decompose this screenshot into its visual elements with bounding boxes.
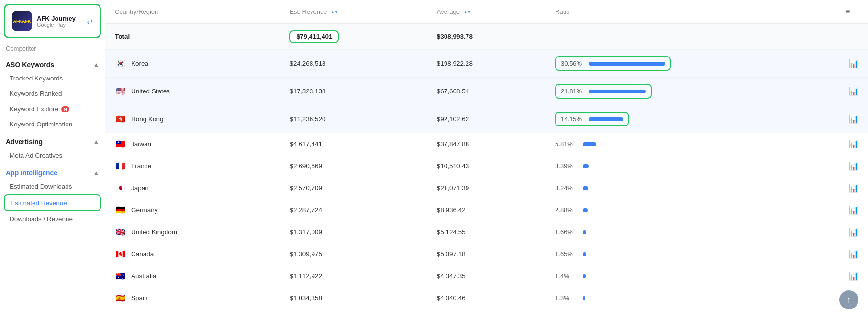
ratio-cell: 5.81%	[555, 140, 826, 148]
ratio-pct: 30.56%	[561, 60, 584, 67]
chart-icon[interactable]: 📊	[849, 140, 858, 148]
sidebar-item-keyword-explore[interactable]: Keyword Explore N	[4, 102, 101, 116]
chart-icon[interactable]: 📊	[849, 59, 858, 68]
advertising-header[interactable]: Advertising ▲	[0, 132, 105, 148]
scroll-up-button[interactable]: ↑	[839, 290, 858, 309]
app-name: AFK Journey	[37, 15, 76, 22]
average-value: $92,102.62	[437, 115, 469, 123]
revenue-sort-icon: ▲▼	[331, 11, 338, 14]
ratio-bar	[583, 142, 596, 146]
chart-icon[interactable]: 📊	[849, 115, 858, 123]
country-name: United Kingdom	[131, 228, 177, 236]
cell-average: $5,097.18	[427, 243, 545, 265]
sidebar-item-tracked-keywords[interactable]: Tracked Keywords	[4, 71, 101, 86]
cell-chart[interactable]: 📊	[835, 243, 868, 265]
cell-chart[interactable]: 📊	[835, 50, 868, 78]
cell-chart[interactable]: 📊	[835, 105, 868, 133]
sidebar-item-downloads-revenue[interactable]: Downloads / Revenue	[4, 212, 101, 227]
table-row: 🇹🇼 Taiwan $4,617,441$37,847.88 5.81% 📊	[105, 133, 868, 155]
cell-chart[interactable]: 📊	[835, 133, 868, 155]
ratio-cell: 1.65%	[555, 251, 826, 258]
chart-icon[interactable]: 📊	[849, 206, 858, 214]
ratio-bar-container	[583, 208, 669, 212]
revenue-value: $11,236,520	[289, 115, 325, 123]
cell-average: $10,510.43	[427, 155, 545, 177]
cell-average: $4,040.46	[427, 287, 545, 309]
app-header[interactable]: AFK AFK Journey Google Play ⇄	[4, 4, 101, 38]
ratio-bar	[589, 90, 646, 93]
cell-average: $67,668.51	[427, 78, 545, 105]
cell-revenue: $2,570,709	[280, 177, 427, 199]
country-cell: 🇬🇧 United Kingdom	[115, 228, 270, 237]
app-intelligence-chevron-icon: ▲	[93, 170, 99, 176]
cell-chart[interactable]: 📊	[835, 155, 868, 177]
total-average: $308,993.78	[427, 24, 545, 50]
chart-icon[interactable]: 📊	[849, 272, 858, 280]
revenue-table: Country/Region Est. Revenue ▲▼ Average ▲…	[105, 0, 868, 309]
sidebar-item-meta-ad-creatives[interactable]: Meta Ad Creatives	[4, 148, 101, 163]
cell-average: $4,347.35	[427, 265, 545, 287]
country-name: Japan	[131, 184, 149, 192]
th-est-revenue[interactable]: Est. Revenue ▲▼	[280, 0, 427, 24]
cell-revenue: $1,034,358	[280, 287, 427, 309]
ratio-bar-container	[589, 62, 665, 66]
country-name: France	[131, 162, 151, 170]
chart-icon[interactable]: 📊	[849, 228, 858, 236]
cell-chart[interactable]: 📊	[835, 221, 868, 243]
flag-icon: 🇭🇰	[115, 115, 126, 124]
cell-ratio: 1.65%	[545, 243, 835, 265]
ratio-box: 14.15%	[555, 112, 629, 126]
ratio-pct: 14.15%	[561, 115, 584, 123]
revenue-value: $17,323,138	[289, 88, 325, 95]
table-row: 🇩🇪 Germany $2,287,724$8,936.42 2.88% 📊	[105, 199, 868, 221]
ratio-box: 21.81%	[555, 84, 652, 99]
cell-chart[interactable]: 📊	[835, 78, 868, 105]
country-name: Spain	[131, 295, 148, 302]
sidebar-item-estimated-downloads[interactable]: Estimated Downloads	[4, 179, 101, 194]
revenue-value: $2,690,669	[289, 162, 322, 170]
app-intelligence-header[interactable]: App Intelligence ▲	[0, 163, 105, 179]
competitor-item[interactable]: Competitor	[0, 42, 105, 55]
ratio-bar	[583, 208, 588, 212]
chart-icon[interactable]: 📊	[849, 162, 858, 170]
sidebar-item-keywords-ranked[interactable]: Keywords Ranked	[4, 86, 101, 101]
country-cell: 🇦🇺 Australia	[115, 272, 270, 281]
chart-icon[interactable]: 📊	[849, 250, 858, 258]
cell-ratio: 1.4%	[545, 265, 835, 287]
total-ratio	[545, 24, 835, 50]
cell-revenue: $17,323,138	[280, 78, 427, 105]
ratio-bar-container	[583, 296, 669, 300]
table-menu-icon[interactable]: ≡	[845, 7, 850, 16]
cell-revenue: $1,317,009	[280, 221, 427, 243]
estimated-downloads-label: Estimated Downloads	[10, 183, 72, 190]
cell-chart[interactable]: 📊	[835, 265, 868, 287]
ratio-box: 30.56%	[555, 56, 671, 71]
table-row: 🇯🇵 Japan $2,570,709$21,071.39 3.24% 📊	[105, 177, 868, 199]
sync-icon[interactable]: ⇄	[87, 17, 93, 26]
aso-keywords-label: ASO Keywords	[6, 61, 54, 68]
ratio-bar	[583, 230, 586, 234]
th-average[interactable]: Average ▲▼	[427, 0, 545, 24]
chart-icon[interactable]: 📊	[849, 184, 858, 192]
revenue-value: $2,287,724	[289, 206, 322, 214]
ratio-pct: 2.88%	[555, 206, 578, 214]
cell-country: 🇦🇺 Australia	[105, 265, 280, 287]
flag-icon: 🇫🇷	[115, 162, 126, 171]
chart-icon[interactable]: 📊	[849, 87, 858, 95]
cell-chart[interactable]: 📊	[835, 177, 868, 199]
ratio-pct: 21.81%	[561, 88, 584, 95]
aso-keywords-header[interactable]: ASO Keywords ▲	[0, 55, 105, 70]
app-icon: AFK	[12, 11, 32, 31]
sidebar-item-estimated-revenue[interactable]: Estimated Revenue	[4, 194, 101, 211]
th-menu[interactable]: ≡	[835, 0, 868, 24]
country-cell: 🇨🇦 Canada	[115, 250, 270, 259]
th-ratio: Ratio	[545, 0, 835, 24]
ratio-cell: 3.39%	[555, 162, 826, 170]
sidebar-item-keyword-optimization[interactable]: Keyword Optimization	[4, 117, 101, 132]
aso-chevron-icon: ▲	[93, 61, 99, 68]
cell-chart[interactable]: 📊	[835, 199, 868, 221]
flag-icon: 🇨🇦	[115, 250, 126, 259]
average-value: $37,847.88	[437, 140, 469, 148]
advertising-chevron-icon: ▲	[93, 138, 99, 145]
ratio-bar	[583, 186, 588, 190]
